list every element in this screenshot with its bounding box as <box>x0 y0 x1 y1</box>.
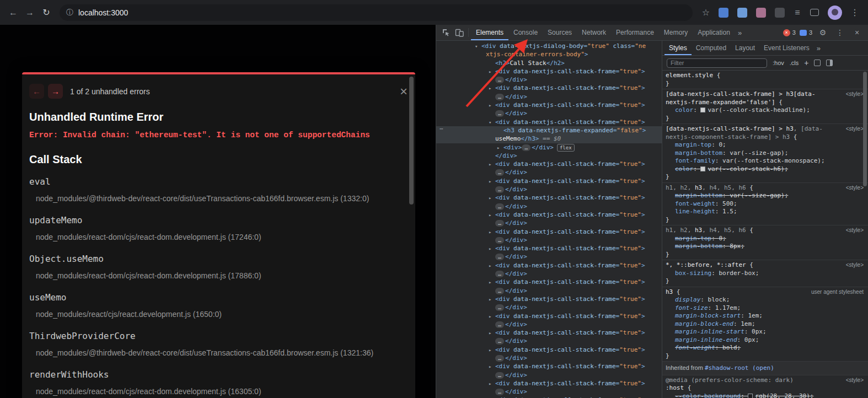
css-property[interactable]: --color-background: rgb(28, 28, 30); <box>666 392 864 398</box>
tab-application[interactable]: Application <box>693 25 735 40</box>
color-swatch[interactable] <box>700 166 705 171</box>
dom-tree-row[interactable]: ▸<div data-nextjs-call-stack-frame="true… <box>436 362 662 370</box>
dom-tree-row[interactable]: ▸<div data-nextjs-call-stack-frame="true… <box>436 396 662 398</box>
extension-icon-2[interactable] <box>737 8 747 18</box>
tab-sources[interactable]: Sources <box>543 25 577 40</box>
dom-tree-row[interactable]: …</div> <box>436 388 662 396</box>
element-style-selector[interactable]: element.style { <box>666 72 864 80</box>
rule-source-link[interactable]: <style> <box>846 90 864 99</box>
tab-performance[interactable]: Performance <box>611 25 659 40</box>
expand-ellipsis-icon[interactable]: … <box>495 186 504 193</box>
css-property[interactable]: font-family: var(--font-stack-monospace)… <box>666 157 864 165</box>
dom-tree-row[interactable]: <h2>Call Stack</h2> <box>436 59 662 67</box>
settings-gear-icon[interactable]: ⚙ <box>816 26 829 39</box>
rule-source-link[interactable]: <style> <box>846 377 864 385</box>
twisty-closed-icon[interactable]: ▸ <box>489 84 495 93</box>
css-property[interactable]: box-sizing: border-box; <box>666 270 864 278</box>
expand-ellipsis-icon[interactable]: … <box>495 372 504 379</box>
expand-ellipsis-icon[interactable]: … <box>522 144 531 151</box>
tab-console[interactable]: Console <box>508 25 543 40</box>
dom-tree-row[interactable]: ▸<div data-nextjs-call-stack-frame="true… <box>436 244 662 252</box>
devtools-menu-icon[interactable]: ⋮ <box>833 26 846 39</box>
dom-tree-row[interactable]: ▸<div data-nextjs-call-stack-frame="true… <box>436 346 662 354</box>
bookmark-star-icon[interactable]: ☆ <box>698 5 714 20</box>
twisty-closed-icon[interactable]: ▸ <box>489 278 495 287</box>
tab-memory[interactable]: Memory <box>659 25 693 40</box>
dom-tree-row[interactable]: ▸<div data-nextjs-call-stack-frame="true… <box>436 312 662 320</box>
url-bar[interactable]: ⓘ localhost:3000 <box>60 4 693 21</box>
shadow-root-link[interactable]: #shadow-root (open) <box>705 364 774 372</box>
twisty-closed-icon[interactable]: ▸ <box>489 178 495 186</box>
rule-source-link[interactable]: <style> <box>846 184 864 192</box>
sidebar-more-tabs-icon[interactable]: » <box>814 44 823 52</box>
twisty-closed-icon[interactable]: ▸ <box>489 228 495 236</box>
css-property[interactable]: margin-bottom: var(--size-gap); <box>666 192 864 200</box>
dom-tree-row[interactable]: useMemo</h3> == $0 <box>436 135 662 143</box>
expand-ellipsis-icon[interactable]: … <box>495 110 504 117</box>
dom-tree-row[interactable]: …</div> <box>436 168 662 176</box>
twisty-closed-icon[interactable]: ▸ <box>489 295 495 304</box>
css-property[interactable]: margin-block-end: 1em; <box>666 320 864 329</box>
dom-tree-row[interactable]: ▸<div data-nextjs-call-stack-frame="true… <box>436 101 662 109</box>
pseudo-state-toggle[interactable]: :hov <box>773 60 784 66</box>
css-property[interactable]: color: var(--color-stack-h6); <box>666 165 864 174</box>
console-errors-badge[interactable]: 3 <box>783 29 796 36</box>
previous-error-button[interactable]: ← <box>29 84 44 99</box>
dom-tree-row[interactable]: xtjs-container-errors-body"> <box>436 50 662 58</box>
dom-tree-row[interactable]: ▾<div data-nextjs-call-stack-frame="true… <box>436 118 662 126</box>
css-property[interactable]: margin-top: 0; <box>666 141 864 149</box>
css-selector[interactable]: h1, h2, h3, h4, h5, h6 { <box>666 227 864 235</box>
inspect-element-icon[interactable] <box>440 26 453 39</box>
flex-badge[interactable]: flex <box>557 144 575 152</box>
css-selector[interactable]: [data-nextjs-call-stack-frame] > h3[data… <box>666 90 864 106</box>
dom-tree-row[interactable]: …</div> <box>436 287 662 295</box>
dialog-scrollbar-thumb[interactable] <box>409 77 414 205</box>
expand-ellipsis-icon[interactable]: … <box>495 94 504 100</box>
styles-scrollbar-thumb[interactable] <box>863 72 867 186</box>
rule-source-link[interactable]: <style> <box>846 125 864 133</box>
twisty-open-icon[interactable]: ▾ <box>489 119 495 127</box>
dom-tree-row[interactable]: …</div> <box>436 185 662 193</box>
expand-ellipsis-icon[interactable]: … <box>495 304 504 311</box>
expand-ellipsis-icon[interactable]: … <box>495 338 504 345</box>
css-property[interactable]: margin-top: 0; <box>666 235 864 243</box>
css-property[interactable]: margin-bottom: var(--size-gap); <box>666 149 864 158</box>
twisty-closed-icon[interactable]: ▸ <box>489 380 495 388</box>
dom-tree-row[interactable]: …</div> <box>436 320 662 329</box>
dom-tree-row[interactable]: …</div> <box>436 270 662 278</box>
css-property[interactable]: font-size: 1.17em; <box>666 304 864 313</box>
computed-panel-icon[interactable] <box>826 60 833 66</box>
css-property[interactable]: margin-inline-end: 0px; <box>666 336 864 345</box>
rule-source-link[interactable]: <style> <box>846 227 864 235</box>
twisty-closed-icon[interactable]: ▸ <box>489 262 495 270</box>
reload-icon[interactable]: ↻ <box>39 5 54 20</box>
sidebar-tab-layout[interactable]: Layout <box>731 41 759 55</box>
class-toggle[interactable]: .cls <box>790 60 799 66</box>
expand-ellipsis-icon[interactable]: … <box>495 237 504 244</box>
dom-tree-row[interactable]: ▸<div data-nextjs-call-stack-frame="true… <box>436 329 662 337</box>
more-tabs-icon[interactable]: » <box>735 29 744 37</box>
expand-ellipsis-icon[interactable]: … <box>495 321 504 328</box>
extension-icon-1[interactable] <box>719 8 728 18</box>
dom-tree-row[interactable]: …</div> <box>436 202 662 211</box>
back-icon[interactable]: ← <box>6 5 21 20</box>
tab-elements[interactable]: Elements <box>471 25 508 40</box>
dom-tree-row[interactable]: …</div> <box>436 93 662 101</box>
next-error-button[interactable]: → <box>48 84 63 99</box>
expand-ellipsis-icon[interactable]: … <box>495 389 504 395</box>
dom-tree-row[interactable]: ▸<div data-nextjs-call-stack-frame="true… <box>436 278 662 286</box>
dom-tree-row[interactable]: ▸<div data-nextjs-call-stack-frame="true… <box>436 379 662 388</box>
expand-ellipsis-icon[interactable]: … <box>495 77 504 83</box>
extension-icon-4[interactable] <box>775 8 785 18</box>
twisty-closed-icon[interactable]: ▸ <box>489 101 495 110</box>
expand-ellipsis-icon[interactable]: … <box>495 220 504 227</box>
twisty-closed-icon[interactable]: ▸ <box>497 144 503 152</box>
twisty-closed-icon[interactable]: ▸ <box>489 313 495 321</box>
dom-tree-row[interactable]: …</div> <box>436 236 662 244</box>
rule-source-link[interactable]: <style> <box>846 261 864 270</box>
css-property[interactable]: font-weight: bold; <box>666 344 864 352</box>
dom-tree-row[interactable]: …</div> <box>436 354 662 362</box>
css-selector[interactable]: [data-nextjs-call-stack-frame] > h3, [da… <box>666 125 864 141</box>
rule-source-link[interactable]: user agent stylesheet <box>811 288 864 297</box>
twisty-closed-icon[interactable]: ▸ <box>489 68 495 76</box>
